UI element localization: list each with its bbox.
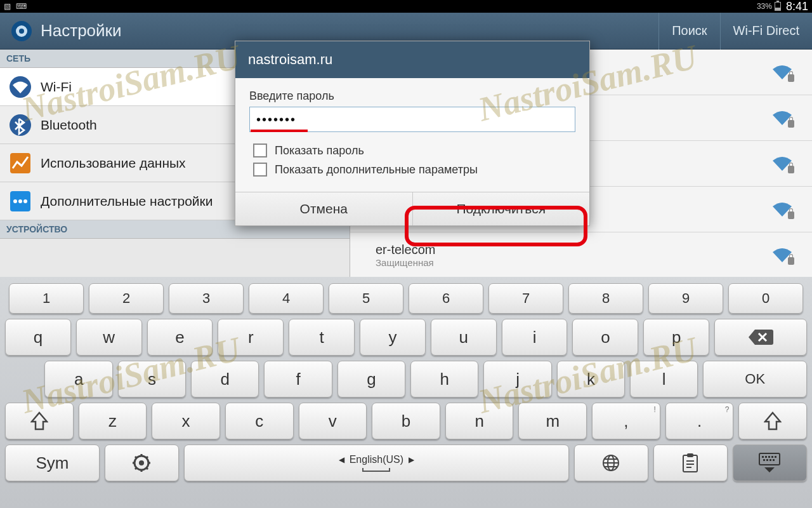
wifi-password-dialog: nastroisam.ru Введите пароль Показать па… (235, 41, 590, 226)
wifi-status: Защищенная (376, 257, 771, 268)
spellcheck-underline (251, 130, 308, 132)
key-j[interactable]: j (483, 361, 551, 398)
key-e[interactable]: e (147, 319, 213, 356)
key-9[interactable]: 9 (648, 283, 723, 314)
key-comma[interactable]: , (592, 403, 660, 439)
on-screen-keyboard: 1234567890 qwertyuiop asdfghjklOK zxcvbn… (0, 277, 812, 508)
key-z[interactable]: z (79, 403, 147, 439)
wifi-ssid: er-telecom (376, 243, 771, 257)
key-c[interactable]: c (225, 403, 294, 439)
key-sym[interactable]: Sym (5, 444, 100, 481)
svg-rect-31 (762, 456, 764, 458)
key-p[interactable]: p (643, 319, 709, 356)
key-1[interactable]: 1 (9, 283, 84, 314)
wifi-signal-lock-icon (771, 247, 793, 264)
key-space[interactable]: ◀English(US)▶ (184, 444, 569, 481)
key-t[interactable]: t (289, 319, 355, 356)
key-ok[interactable]: OK (703, 361, 807, 398)
keyboard-indicator-icon: ⌨ (16, 2, 27, 11)
key-g[interactable]: g (337, 361, 405, 398)
key-7[interactable]: 7 (488, 283, 563, 314)
key-period[interactable]: . (665, 403, 734, 439)
key-b[interactable]: b (372, 403, 440, 439)
connect-button[interactable]: Подключиться (413, 192, 590, 225)
key-4[interactable]: 4 (249, 283, 324, 314)
key-shift-left-icon[interactable] (5, 403, 74, 439)
key-l[interactable]: l (630, 361, 698, 398)
svg-rect-37 (766, 459, 768, 461)
key-8[interactable]: 8 (568, 283, 643, 314)
wifi-signal-lock-icon (771, 110, 793, 126)
key-s[interactable]: s (118, 361, 186, 398)
svg-line-19 (135, 467, 137, 469)
key-settings-icon[interactable] (105, 444, 179, 481)
clock: 8:41 (786, 0, 808, 13)
key-x[interactable]: x (152, 403, 220, 439)
key-hide-keyboard-icon[interactable] (733, 444, 807, 481)
checkbox-show-password[interactable] (253, 144, 267, 157)
key-o[interactable]: o (572, 319, 638, 356)
key-u[interactable]: u (431, 319, 497, 356)
show-advanced-row[interactable]: Показать дополнительные параметры (253, 163, 575, 177)
data-usage-icon (9, 152, 32, 175)
page-title: Настройки (41, 21, 658, 41)
key-r[interactable]: r (218, 319, 284, 356)
svg-point-9 (23, 199, 27, 203)
wifi-direct-button[interactable]: Wi-Fi Direct (720, 13, 812, 50)
key-3[interactable]: 3 (169, 283, 244, 314)
key-f[interactable]: f (264, 361, 332, 398)
key-6[interactable]: 6 (409, 283, 483, 314)
svg-rect-38 (769, 459, 771, 461)
wifi-signal-lock-icon (771, 156, 793, 172)
search-button[interactable]: Поиск (658, 13, 719, 50)
svg-rect-5 (10, 153, 30, 173)
key-shift-right-icon[interactable] (738, 403, 807, 439)
battery-percentage: 33% (757, 2, 772, 11)
svg-point-7 (13, 199, 17, 203)
wifi-icon (9, 76, 32, 98)
password-input[interactable] (249, 107, 575, 132)
key-backspace-icon[interactable] (714, 319, 807, 356)
sidebar-item-label: Wi-Fi (41, 79, 72, 95)
svg-rect-36 (763, 459, 765, 461)
key-a[interactable]: a (44, 361, 112, 398)
key-0[interactable]: 0 (728, 283, 803, 314)
show-password-row[interactable]: Показать пароль (253, 144, 575, 157)
sidebar-item-label: Дополнительные настройки (41, 194, 213, 209)
svg-point-2 (19, 29, 24, 34)
checkbox-label: Показать пароль (275, 144, 364, 157)
wifi-row-er-telecom[interactable]: er-telecom Защищенная (350, 232, 812, 278)
key-v[interactable]: v (299, 403, 367, 439)
key-n[interactable]: n (445, 403, 514, 439)
key-k[interactable]: k (557, 361, 625, 398)
key-5[interactable]: 5 (329, 283, 403, 314)
svg-line-16 (135, 457, 137, 458)
checkbox-label: Показать дополнительные параметры (275, 163, 478, 177)
svg-line-17 (146, 467, 148, 469)
checkbox-show-advanced[interactable] (253, 163, 267, 177)
sidebar-item-label: Использование данных (41, 156, 186, 171)
battery-icon (775, 2, 781, 11)
svg-line-18 (146, 457, 148, 458)
key-q[interactable]: q (5, 319, 71, 356)
key-2[interactable]: 2 (89, 283, 164, 314)
dialog-title: nastroisam.ru (235, 41, 589, 78)
key-y[interactable]: y (360, 319, 426, 356)
sidebar-item-label: Bluetooth (41, 117, 97, 133)
wifi-signal-lock-icon (771, 64, 793, 81)
picture-icon: ▧ (4, 2, 11, 11)
svg-point-11 (139, 460, 144, 465)
cancel-button[interactable]: Отмена (235, 192, 413, 225)
key-m[interactable]: m (518, 403, 587, 439)
password-label: Введите пароль (249, 90, 575, 103)
svg-rect-35 (775, 456, 776, 458)
svg-rect-32 (765, 456, 767, 458)
wifi-signal-lock-icon (771, 201, 793, 218)
key-w[interactable]: w (76, 319, 142, 356)
key-language-icon[interactable] (574, 444, 648, 481)
settings-gear-icon (9, 18, 34, 44)
key-i[interactable]: i (502, 319, 568, 356)
key-h[interactable]: h (410, 361, 478, 398)
key-clipboard-icon[interactable] (653, 444, 728, 481)
key-d[interactable]: d (191, 361, 259, 398)
